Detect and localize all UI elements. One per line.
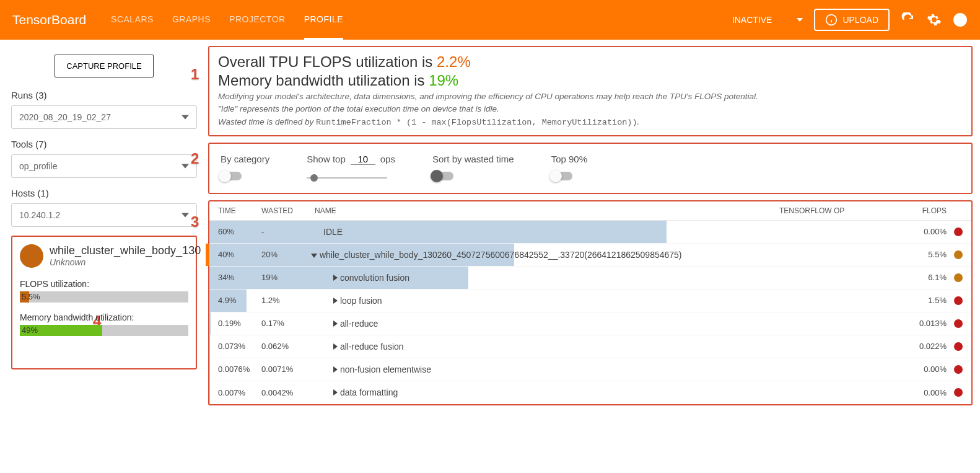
- flops-util-bar: 5.5%: [20, 291, 188, 303]
- cell-flops: 1.5%: [903, 296, 947, 305]
- op-subtitle: Unknown: [50, 257, 201, 267]
- status-dot-icon: [954, 228, 963, 236]
- mem-util-value: 49%: [20, 325, 188, 336]
- cell-flops: 0.022%: [903, 342, 947, 351]
- table-header: TIME WASTED NAME TENSORFLOW OP FLOPS: [209, 201, 971, 221]
- cell-name: all-reduce fusion: [311, 342, 903, 351]
- flops-util-label: FLOPS utilization:: [20, 279, 188, 289]
- tab-scalars[interactable]: SCALARS: [111, 1, 154, 40]
- cell-time: 0.073%: [218, 342, 261, 351]
- expand-icon[interactable]: [333, 275, 338, 281]
- collapse-icon[interactable]: [311, 254, 317, 258]
- expand-icon[interactable]: [333, 366, 338, 373]
- tab-graphs[interactable]: GRAPHS: [172, 1, 211, 40]
- top90-label: Top 90%: [551, 154, 587, 164]
- table-row[interactable]: 4.9%1.2% loop fusion1.5%: [209, 290, 971, 312]
- cell-time: 0.19%: [218, 319, 261, 328]
- table-row[interactable]: 0.0076%0.0071% non-fusion elementwise0.0…: [209, 358, 971, 381]
- controls-panel: By category Show top ops Sort by wasted …: [208, 143, 973, 194]
- show-top-prefix: Show top: [307, 154, 346, 164]
- expand-icon[interactable]: [333, 298, 338, 304]
- cell-dot: [947, 319, 963, 328]
- status-dot-icon: [954, 365, 963, 374]
- sidebar: CAPTURE PROFILE Runs (3) 2020_08_20_19_0…: [0, 40, 208, 412]
- table-row[interactable]: 0.007%0.0042% data formatting0.00%: [209, 381, 971, 404]
- tab-profile[interactable]: PROFILE: [304, 1, 343, 40]
- sort-wasted-toggle[interactable]: [432, 172, 453, 180]
- cell-time: 0.0076%: [218, 365, 261, 374]
- runs-value: 2020_08_20_19_02_27: [19, 112, 111, 122]
- table-row[interactable]: 0.19%0.17% all-reduce0.013%: [209, 312, 971, 335]
- top90-toggle[interactable]: [551, 172, 572, 180]
- upload-button[interactable]: UPLOAD: [814, 9, 890, 31]
- expand-icon[interactable]: [333, 389, 338, 396]
- status-dot-icon: [954, 319, 963, 328]
- runs-label: Runs (3): [11, 90, 197, 100]
- table-row[interactable]: 60%-IDLE0.00%: [209, 221, 971, 244]
- mem-util-bar: 49%: [20, 325, 188, 336]
- cell-flops: 5.5%: [903, 250, 947, 259]
- th-wasted: WASTED: [261, 206, 311, 215]
- cell-name: while_cluster_while_body_130260_45072756…: [311, 250, 903, 260]
- expand-icon[interactable]: [333, 343, 338, 350]
- cell-flops: 0.013%: [903, 319, 947, 328]
- cell-time: 0.007%: [218, 388, 261, 397]
- annotation-1: 1: [191, 66, 199, 83]
- op-detail-panel: while_cluster_while_body_130 Unknown FLO…: [11, 236, 197, 369]
- help-icon[interactable]: [953, 12, 968, 27]
- cell-wasted: 0.0071%: [261, 365, 311, 374]
- cell-dot: [947, 250, 963, 259]
- chevron-down-icon: [797, 18, 803, 22]
- status-dot-icon: [954, 273, 963, 282]
- svg-point-4: [960, 24, 961, 24]
- inactive-dropdown[interactable]: INACTIVE: [732, 15, 803, 25]
- cell-name: loop fusion: [311, 296, 903, 306]
- header-actions: INACTIVE UPLOAD: [732, 9, 968, 31]
- cell-name: data formatting: [311, 387, 903, 397]
- gear-icon[interactable]: [927, 12, 942, 27]
- show-top-input[interactable]: [351, 154, 375, 165]
- refresh-icon[interactable]: [901, 12, 916, 27]
- tools-select[interactable]: op_profile: [11, 154, 197, 178]
- mem-util-label: Memory bandwidth utilization:: [20, 312, 188, 322]
- hosts-label: Hosts (1): [11, 188, 197, 198]
- hosts-select[interactable]: 10.240.1.2: [11, 203, 197, 227]
- tab-projector[interactable]: PROJECTOR: [229, 1, 286, 40]
- cell-flops: 0.00%: [903, 365, 947, 374]
- th-name: NAME: [311, 206, 779, 215]
- cell-wasted: 0.0042%: [261, 388, 311, 397]
- by-category-toggle[interactable]: [221, 172, 242, 180]
- app-header: TensorBoard SCALARS GRAPHS PROJECTOR PRO…: [0, 0, 980, 40]
- main-content: 1 2 3 Overall TPU FLOPS utilization is 2…: [208, 40, 980, 412]
- status-dot-icon: [954, 296, 963, 305]
- expand-icon[interactable]: [333, 320, 338, 327]
- cell-dot: [947, 228, 963, 236]
- nav-tabs: SCALARS GRAPHS PROJECTOR PROFILE: [111, 1, 732, 40]
- show-top-slider[interactable]: [307, 177, 387, 179]
- cell-flops: 6.1%: [903, 273, 947, 282]
- cell-dot: [947, 388, 963, 397]
- table-row[interactable]: 34%19% convolution fusion6.1%: [209, 267, 971, 290]
- th-time: TIME: [218, 206, 261, 215]
- runs-select[interactable]: 2020_08_20_19_02_27: [11, 105, 197, 129]
- cell-wasted: 1.2%: [261, 296, 311, 305]
- cell-name: IDLE: [311, 227, 903, 237]
- cell-time: 60%: [218, 227, 261, 236]
- upload-label: UPLOAD: [842, 15, 878, 25]
- app-logo: TensorBoard: [12, 12, 86, 27]
- annotation-2: 2: [191, 150, 199, 167]
- flops-headline: Overall TPU FLOPS utilization is 2.2%: [218, 53, 963, 71]
- table-row[interactable]: 0.073%0.062% all-reduce fusion0.022%: [209, 335, 971, 358]
- capture-profile-button[interactable]: CAPTURE PROFILE: [55, 55, 153, 77]
- op-title: while_cluster_while_body_130: [50, 244, 201, 257]
- cell-dot: [947, 296, 963, 305]
- table-row[interactable]: 40%20% while_cluster_while_body_130260_4…: [209, 244, 971, 267]
- show-top-suffix: ops: [380, 154, 395, 164]
- cell-wasted: 0.17%: [261, 319, 311, 328]
- status-dot-icon: [954, 342, 963, 351]
- sort-wasted-label: Sort by wasted time: [432, 154, 514, 164]
- op-color-dot: [20, 244, 43, 268]
- inactive-label: INACTIVE: [732, 15, 772, 25]
- status-dot-icon: [954, 250, 963, 259]
- cell-wasted: 20%: [261, 250, 311, 259]
